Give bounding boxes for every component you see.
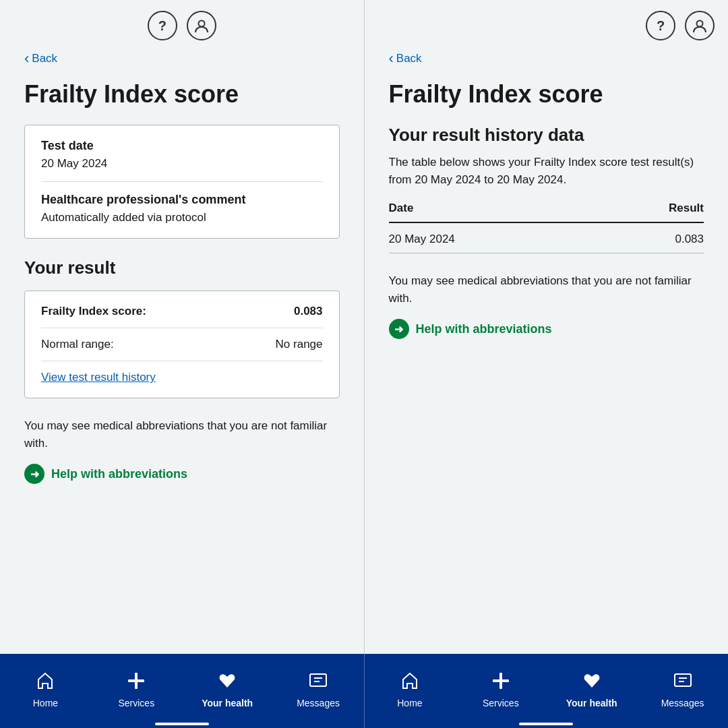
result-card-left: Frailty Index score: 0.083 Normal range:… [24, 291, 340, 398]
nav-item-services-right[interactable]: Services [455, 663, 546, 714]
range-row: Normal range: No range [41, 338, 323, 361]
profile-icon-left[interactable] [187, 11, 216, 40]
home-icon-left [36, 671, 55, 694]
abbrev-text-right: You may see medical abbreviations that y… [389, 272, 704, 307]
table-cell-result: 0.083 [595, 222, 704, 253]
profile-icon-right[interactable] [685, 11, 715, 40]
nav-label-home-left: Home [33, 698, 58, 708]
nav-item-home-left[interactable]: Home [0, 663, 91, 714]
history-desc: The table below shows your Frailty Index… [389, 154, 704, 188]
nav-panel-left: Home Services Your health [0, 654, 364, 728]
svg-rect-6 [493, 679, 509, 682]
back-link-left[interactable]: Back [24, 51, 340, 66]
nav-indicator-right [519, 723, 573, 725]
nav-label-home-right: Home [397, 698, 422, 708]
help-link-label-right: Help with abbreviations [416, 322, 552, 336]
nav-item-yourhealth-right[interactable]: Your health [546, 663, 637, 714]
right-header: ? [365, 0, 729, 51]
score-value: 0.083 [294, 305, 323, 318]
nav-items-right: Home Services Your health [365, 654, 729, 723]
range-value: No range [276, 338, 323, 351]
back-link-right[interactable]: Back [389, 51, 704, 66]
nav-item-services-left[interactable]: Services [91, 663, 182, 714]
table-cell-date: 20 May 2024 [389, 222, 595, 253]
view-history-link[interactable]: View test result history [41, 371, 156, 384]
nav-panel-right: Home Services Your health [365, 654, 729, 728]
nav-label-services-left: Services [118, 698, 154, 708]
score-label: Frailty Index score: [41, 305, 146, 318]
messages-icon-right [673, 671, 692, 694]
nav-label-messages-left: Messages [297, 698, 340, 708]
left-screen: ? Back Frailty Index score Test date 20 … [0, 0, 365, 654]
left-header: ? [0, 0, 364, 51]
comment-row: Healthcare professional's comment Automa… [41, 193, 323, 224]
help-icon-right[interactable]: ? [646, 11, 675, 40]
test-date-row: Test date 20 May 2024 [41, 139, 323, 182]
services-icon-right [491, 671, 510, 694]
svg-point-1 [697, 21, 703, 27]
nav-item-home-right[interactable]: Home [365, 663, 456, 714]
bottom-nav: Home Services Your health [0, 654, 728, 728]
table-header-date: Date [389, 202, 595, 222]
right-screen: ? Back Frailty Index score Your result h… [365, 0, 729, 654]
page-title-left: Frailty Index score [24, 80, 340, 109]
range-label: Normal range: [41, 338, 114, 351]
nav-label-services-right: Services [483, 698, 519, 708]
history-title: Your result history data [389, 125, 704, 146]
abbrev-text-left: You may see medical abbreviations that y… [24, 417, 340, 452]
messages-icon-left [309, 671, 328, 694]
nav-item-messages-left[interactable]: Messages [273, 663, 364, 714]
nav-label-yourhealth-right: Your health [566, 698, 617, 708]
nav-label-yourhealth-left: Your health [202, 698, 253, 708]
nav-item-messages-right[interactable]: Messages [637, 663, 728, 714]
page-title-right: Frailty Index score [389, 80, 704, 109]
help-arrow-icon-left: ➜ [24, 464, 44, 484]
your-result-title: Your result [24, 257, 340, 278]
comment-label: Healthcare professional's comment [41, 193, 323, 207]
svg-point-0 [198, 21, 204, 27]
info-card-left: Test date 20 May 2024 Healthcare profess… [24, 125, 340, 239]
history-link-row: View test result history [41, 371, 323, 384]
services-icon-left [127, 671, 146, 694]
comment-value: Automatically added via protocol [41, 211, 323, 224]
history-table: Date Result 20 May 2024 0.083 [389, 202, 704, 253]
help-link-label-left: Help with abbreviations [51, 467, 187, 481]
test-date-label: Test date [41, 139, 323, 153]
svg-rect-7 [675, 674, 691, 686]
heart-icon-right [582, 671, 601, 694]
nav-items-left: Home Services Your health [0, 654, 364, 723]
help-abbreviations-right[interactable]: ➜ Help with abbreviations [389, 319, 704, 339]
help-icon-left[interactable]: ? [148, 11, 177, 40]
left-content: Back Frailty Index score Test date 20 Ma… [0, 51, 364, 654]
heart-icon-left [218, 671, 237, 694]
nav-indicator-left [155, 723, 209, 725]
nav-item-yourhealth-left[interactable]: Your health [182, 663, 273, 714]
svg-rect-4 [310, 674, 326, 686]
right-content: Back Frailty Index score Your result his… [365, 51, 729, 654]
home-icon-right [400, 671, 419, 694]
score-row: Frailty Index score: 0.083 [41, 305, 323, 328]
help-arrow-icon-right: ➜ [389, 319, 409, 339]
nav-label-messages-right: Messages [661, 698, 704, 708]
test-date-value: 20 May 2024 [41, 157, 323, 171]
table-row: 20 May 2024 0.083 [389, 222, 704, 253]
table-header-result: Result [595, 202, 704, 222]
help-abbreviations-left[interactable]: ➜ Help with abbreviations [24, 464, 340, 484]
svg-rect-3 [128, 679, 144, 682]
